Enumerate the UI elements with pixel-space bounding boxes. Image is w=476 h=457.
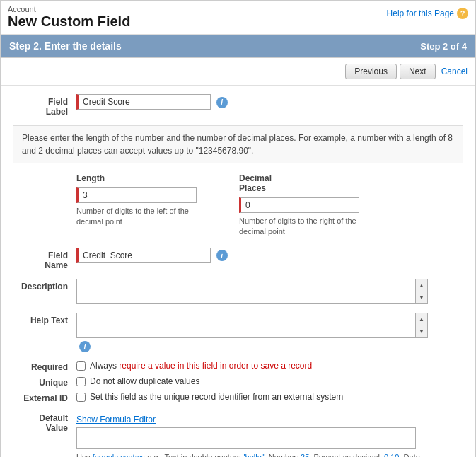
length-hint: Number of digits to the left of the deci… [76, 206, 204, 228]
unique-content: Do not allow duplicate values [76, 376, 199, 386]
help-text-textarea[interactable] [76, 313, 416, 338]
external-id-row: External ID Set this field as the unique… [13, 392, 463, 403]
description-label-text: Description [21, 282, 68, 291]
external-id-checkbox[interactable] [76, 393, 86, 402]
formula-010: 0.10 [384, 453, 399, 457]
unique-checkbox[interactable] [76, 377, 86, 386]
formula-input[interactable] [76, 427, 416, 449]
help-text-row: Help Text ▲ ▼ i [13, 313, 463, 353]
required-label-col: Required [13, 361, 76, 372]
required-label-text: Required [31, 362, 68, 372]
required-checkbox-label[interactable]: Always require a value in this field in … [90, 361, 312, 371]
default-value-label-col: DefaultValue [13, 410, 76, 433]
account-label: Account [8, 5, 130, 13]
default-value-content: Show Formula Editor Use formula syntax: … [76, 415, 463, 457]
required-content: Always require a value in this field in … [76, 361, 312, 371]
form-area: FieldLabel i Please enter the length of … [1, 86, 475, 457]
external-id-label-col: External ID [13, 392, 76, 403]
unique-checkbox-label[interactable]: Do not allow duplicate values [90, 376, 199, 386]
external-id-label-text: External ID [23, 393, 68, 403]
help-text-scroll: ▲ ▼ [416, 313, 428, 338]
field-name-col: FieldName [13, 248, 76, 270]
step-label: Step 2. Enter the details [9, 40, 122, 52]
previous-button-top[interactable]: Previous [345, 64, 397, 79]
formula-25: 25 [301, 453, 309, 457]
top-toolbar: Previous Next Cancel [1, 58, 475, 86]
field-label-text: FieldLabel [46, 97, 68, 117]
description-label-col: Description [13, 279, 76, 291]
formula-hello: "hello" [243, 453, 265, 457]
page-header-right: Help for this Page ? [387, 5, 468, 19]
field-label-content: i [76, 94, 463, 110]
formula-syntax-link[interactable]: formula syntax [93, 453, 144, 457]
help-icon[interactable]: ? [457, 8, 468, 19]
help-text-scroll-down[interactable]: ▼ [416, 325, 427, 337]
step-count: Step 2 of 4 [420, 41, 467, 52]
help-text-scroll-up[interactable]: ▲ [416, 313, 427, 326]
info-box-text: Please enter the length of the number an… [22, 133, 453, 156]
length-field: Length Number of digits to the left of t… [76, 173, 204, 238]
show-formula-link[interactable]: Show Formula Editor [76, 415, 463, 424]
info-box: Please enter the length of the number an… [13, 125, 463, 163]
decimal-input[interactable] [239, 197, 359, 213]
description-textarea[interactable] [76, 279, 416, 304]
external-id-checkbox-label[interactable]: Set this field as the unique record iden… [90, 392, 343, 402]
field-name-info-icon[interactable]: i [216, 250, 228, 261]
decimal-field: DecimalPlaces Number of digits to the ri… [239, 173, 366, 238]
length-decimal-row: Length Number of digits to the left of t… [13, 173, 463, 238]
help-text-label-col: Help Text [13, 313, 76, 325]
description-scroll: ▲ ▼ [416, 279, 428, 304]
decimal-label: DecimalPlaces [239, 173, 366, 193]
decimal-hint: Number of digits to the right of the dec… [239, 216, 366, 238]
help-text-info-icon[interactable]: i [79, 341, 91, 352]
help-text-wrap: ▲ ▼ [76, 313, 463, 338]
help-text-content: ▲ ▼ i [76, 313, 463, 353]
field-name-row: FieldName i [13, 248, 463, 270]
formula-hint: Use formula syntax: e.g., Text in double… [76, 451, 444, 457]
description-wrap: ▲ ▼ [76, 279, 463, 304]
default-value-row: DefaultValue Show Formula Editor Use for… [13, 410, 463, 457]
unique-row: Unique Do not allow duplicate values [13, 376, 463, 388]
default-value-label-text: DefaultValue [39, 413, 68, 433]
field-label-col: FieldLabel [13, 94, 76, 117]
description-scroll-up[interactable]: ▲ [416, 279, 427, 292]
unique-label-col: Unique [13, 376, 76, 388]
description-scroll-down[interactable]: ▼ [416, 291, 427, 303]
page-title: New Custom Field [8, 13, 130, 30]
field-label-input[interactable] [76, 94, 211, 110]
field-name-label-text: FieldName [45, 250, 68, 270]
field-label-info-icon[interactable]: i [216, 97, 228, 108]
cancel-link-top[interactable]: Cancel [441, 66, 468, 76]
help-link[interactable]: Help for this Page [387, 8, 454, 18]
page-header-left: Account New Custom Field [8, 5, 130, 30]
length-label: Length [76, 173, 204, 183]
required-checkbox[interactable] [76, 361, 86, 371]
field-name-content: i [76, 248, 463, 263]
description-row: Description ▲ ▼ [13, 279, 463, 304]
page-header: Account New Custom Field Help for this P… [1, 1, 475, 35]
next-button-top[interactable]: Next [400, 64, 436, 79]
length-input[interactable] [76, 187, 197, 203]
description-content: ▲ ▼ [76, 279, 463, 304]
unique-label-text: Unique [39, 378, 68, 388]
step-bar: Step 2. Enter the details Step 2 of 4 [1, 35, 475, 57]
field-label-row: FieldLabel i [13, 94, 463, 117]
external-id-content: Set this field as the unique record iden… [76, 392, 343, 402]
help-text-label-text: Help Text [30, 316, 68, 325]
field-name-input[interactable] [76, 248, 211, 263]
required-row: Required Always require a value in this … [13, 361, 463, 372]
